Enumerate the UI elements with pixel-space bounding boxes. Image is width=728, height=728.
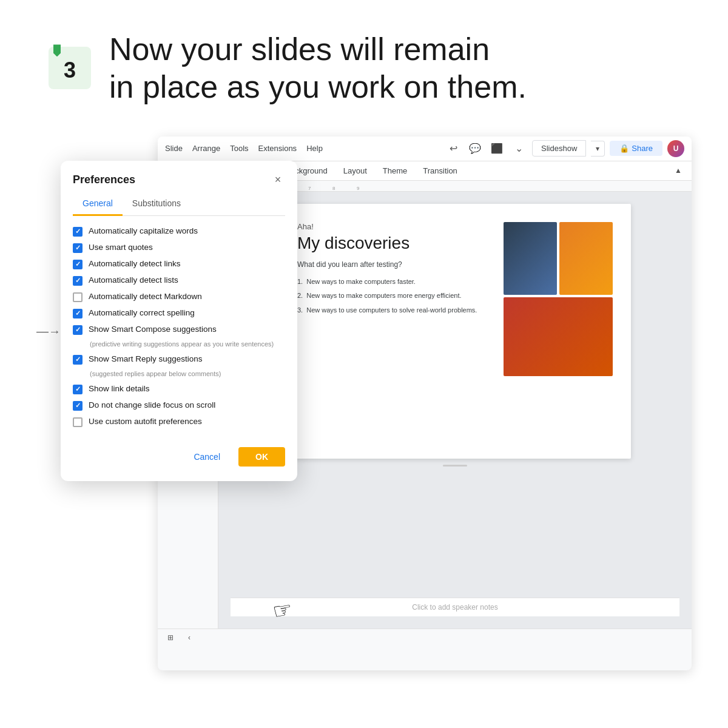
slide-image-bottom	[504, 297, 613, 376]
tab-substitutions[interactable]: Substitutions	[123, 194, 190, 216]
scroll-indicator	[443, 465, 467, 467]
share-button[interactable]: 🔒 Share	[610, 141, 662, 156]
pref-label-detect-markdown: Automatically detect Markdown	[89, 292, 202, 301]
dialog-content: ✓ Automatically capitalize words ✓ Use s…	[61, 216, 297, 437]
menu-arrange[interactable]: Arrange	[192, 144, 220, 153]
slide-image-orange	[559, 222, 613, 295]
header-section: 3 Now your slides will remain in place a…	[0, 0, 728, 118]
comment-button[interactable]: 💬	[467, 140, 484, 157]
pref-label-detect-lists: Automatically detect lists	[89, 275, 178, 285]
bottom-toolbar: ⊞ ‹	[158, 629, 692, 646]
tab-general[interactable]: General	[73, 194, 123, 216]
tab-layout[interactable]: Layout	[336, 164, 374, 178]
checkbox-correct-spelling[interactable]: ✓	[73, 309, 83, 318]
slide-list: 1. New ways to make computers faster. 2.…	[297, 275, 491, 317]
pref-label-smart-compose: Show Smart Compose suggestions	[89, 325, 217, 334]
header-line2: in place as you work on them.	[109, 69, 527, 104]
filmstrip-collapse[interactable]: ‹	[183, 632, 195, 644]
step-badge: 3	[49, 47, 91, 89]
checkbox-detect-markdown[interactable]	[73, 292, 83, 302]
dialog-title: Preferences	[73, 174, 135, 186]
slides-actions: ↩ 💬 ⬛ ⌄ Slideshow ▾ 🔒 Share U	[445, 140, 684, 157]
close-button[interactable]: ×	[271, 173, 285, 187]
collapse-panel[interactable]: ▲	[670, 164, 687, 177]
checkbox-link-details[interactable]: ✓	[73, 385, 83, 394]
menu-help[interactable]: Help	[306, 144, 323, 153]
pref-detect-markdown: Automatically detect Markdown	[73, 289, 285, 305]
pref-auto-capitalize: ✓ Automatically capitalize words	[73, 223, 285, 240]
preferences-dialog: Preferences × General Substitutions ✓ Au…	[61, 161, 297, 481]
ruler-mark-7: 7	[308, 186, 332, 191]
menu-slide[interactable]: Slide	[165, 144, 183, 153]
pref-slide-focus: ✓ Do not change slide focus on scroll	[73, 397, 285, 414]
dialog-tabs: General Substitutions	[73, 194, 285, 216]
slideshow-dropdown[interactable]: ▾	[591, 141, 605, 157]
slides-menu-bar: Slide Arrange Tools Extensions Help ↩ 💬 …	[158, 136, 692, 161]
pref-label-smart-quotes: Use smart quotes	[89, 243, 153, 252]
slide-text-content: Aha! My discoveries What did you learn a…	[297, 222, 491, 440]
header-line1: Now your slides will remain	[109, 32, 490, 67]
tab-theme[interactable]: Theme	[376, 164, 414, 178]
checkbox-detect-links[interactable]: ✓	[73, 260, 83, 269]
pref-smart-compose: ✓ Show Smart Compose suggestions	[73, 322, 285, 338]
ruler-mark-8: 8	[332, 186, 357, 191]
slide-title-text: My discoveries	[297, 234, 491, 253]
pref-autofit: Use custom autofit preferences	[73, 414, 285, 430]
list-item-3: 3. New ways to use computers to solve re…	[297, 303, 491, 317]
slide-images	[504, 222, 613, 440]
pref-link-details: ✓ Show link details	[73, 381, 285, 397]
pref-detect-lists: ✓ Automatically detect lists	[73, 272, 285, 289]
format-tabs: Background Layout Theme Transition	[278, 164, 465, 178]
ok-button[interactable]: OK	[238, 447, 285, 467]
arrow-line: —→	[36, 325, 61, 339]
bottom-toolbar-left: ⊞ ‹	[163, 632, 195, 644]
checkbox-smart-quotes[interactable]: ✓	[73, 243, 83, 253]
user-avatar: U	[667, 140, 684, 157]
pref-label-auto-capitalize: Automatically capitalize words	[89, 226, 198, 235]
slides-menu: Slide Arrange Tools Extensions Help	[165, 144, 323, 153]
step-number: 3	[64, 58, 76, 83]
pref-label-detect-links: Automatically detect links	[89, 259, 181, 268]
speaker-notes[interactable]: Click to add speaker notes	[231, 598, 679, 616]
more-button[interactable]: ⌄	[510, 140, 527, 157]
arrow-indicator: —→	[36, 325, 61, 339]
cancel-button[interactable]: Cancel	[181, 447, 232, 467]
pref-correct-spelling: ✓ Automatically correct spelling	[73, 305, 285, 322]
checkbox-auto-capitalize[interactable]: ✓	[73, 227, 83, 237]
tab-transition[interactable]: Transition	[416, 164, 465, 178]
undo-button[interactable]: ↩	[445, 140, 462, 157]
ruler-mark-9: 9	[357, 186, 381, 191]
pref-smart-quotes: ✓ Use smart quotes	[73, 240, 285, 256]
pref-smart-reply: ✓ Show Smart Reply suggestions	[73, 351, 285, 368]
checkbox-smart-compose[interactable]: ✓	[73, 325, 83, 335]
slide-aha-text: Aha!	[297, 222, 491, 231]
pref-label-smart-reply: Show Smart Reply suggestions	[89, 354, 203, 363]
checkbox-slide-focus[interactable]: ✓	[73, 401, 83, 411]
slide-question-text: What did you learn after testing?	[297, 260, 491, 269]
grid-view-button[interactable]: ⊞	[163, 632, 178, 644]
pref-label-link-details: Show link details	[89, 384, 150, 393]
main-content: —→ Preferences × General Substitutions ✓…	[36, 136, 692, 682]
list-item-1: 1. New ways to make computers faster.	[297, 275, 491, 289]
checkbox-detect-lists[interactable]: ✓	[73, 276, 83, 286]
slide-canvas[interactable]: Aha! My discoveries What did you learn a…	[279, 204, 631, 459]
pref-label-autofit: Use custom autofit preferences	[89, 417, 202, 426]
checkbox-autofit[interactable]	[73, 417, 83, 427]
checkbox-smart-reply[interactable]: ✓	[73, 355, 83, 365]
pref-detect-links: ✓ Automatically detect links	[73, 256, 285, 272]
slideshow-button[interactable]: Slideshow	[532, 140, 586, 157]
pref-label-slide-focus: Do not change slide focus on scroll	[89, 400, 215, 410]
smart-reply-subtitle: (suggested replies appear below comments…	[73, 368, 285, 381]
pref-label-correct-spelling: Automatically correct spelling	[89, 308, 195, 317]
smart-compose-subtitle: (predictive writing suggestions appear a…	[73, 338, 285, 351]
flag-icon	[53, 44, 61, 56]
slide-image-dark	[504, 222, 557, 295]
menu-extensions[interactable]: Extensions	[258, 144, 297, 153]
list-item-2: 2. New ways to make computers more energ…	[297, 289, 491, 303]
dialog-header: Preferences ×	[61, 161, 297, 194]
header-text: Now your slides will remain in place as …	[109, 30, 527, 106]
present-button[interactable]: ⬛	[488, 140, 505, 157]
menu-tools[interactable]: Tools	[230, 144, 248, 153]
slide-image-top	[504, 222, 613, 295]
lock-icon: 🔒	[619, 144, 629, 153]
